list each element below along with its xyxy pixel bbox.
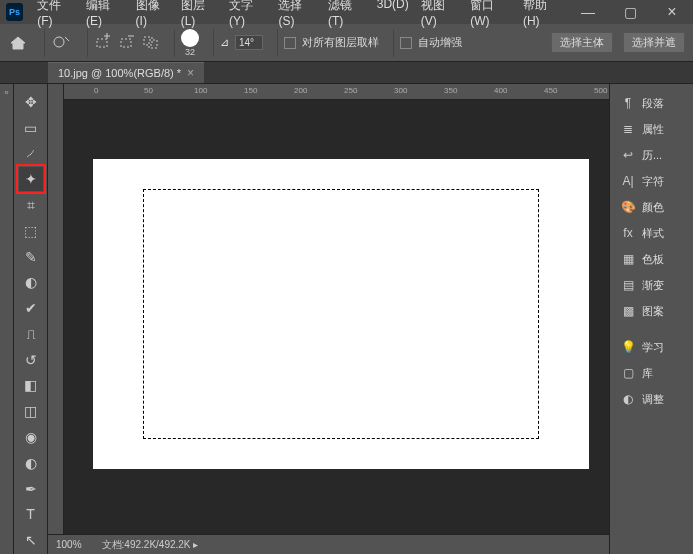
panel-label: 样式 <box>642 226 664 241</box>
panel-label: 库 <box>642 366 653 381</box>
window-controls: — ▢ × <box>567 0 693 24</box>
ruler-tick: 450 <box>544 86 557 95</box>
menubar: Ps 文件(F)编辑(E)图像(I)图层(L)文字(Y)选择(S)滤镜(T)3D… <box>0 0 693 24</box>
tool-crop[interactable]: ⌗ <box>19 193 43 217</box>
menu-e[interactable]: 编辑(E) <box>80 0 130 31</box>
ps-logo-icon: Ps <box>6 3 23 21</box>
options-bar: 32 ⊿ 对所有图层取样 自动增强 选择主体 选择并遮 <box>0 24 693 62</box>
doc-info[interactable]: 文档:492.2K/492.2K ▸ <box>102 538 199 552</box>
brush-size-label: 32 <box>185 47 195 57</box>
tool-preset-icon[interactable] <box>51 33 73 53</box>
tools-panel: ✥▭⟋✦⌗⬚✎◐✔⎍↺◧◫◉◐✒T↖ <box>14 84 48 554</box>
panel-paragraph[interactable]: ¶段落 <box>610 90 693 116</box>
auto-enhance-checkbox[interactable] <box>400 37 412 49</box>
subtract-selection-icon[interactable] <box>118 33 136 53</box>
libraries-icon: ▢ <box>620 366 636 380</box>
panel-learn[interactable]: 💡学习 <box>610 334 693 360</box>
angle-input[interactable] <box>235 35 263 50</box>
panel-styles[interactable]: fx样式 <box>610 220 693 246</box>
svg-rect-3 <box>144 37 152 45</box>
svg-rect-4 <box>149 40 157 48</box>
zoom-level[interactable]: 100% <box>56 539 82 550</box>
toolbar-collapse-icon[interactable]: » <box>4 88 8 554</box>
panel-label: 调整 <box>642 392 664 407</box>
panel-label: 颜色 <box>642 200 664 215</box>
ruler-tick: 350 <box>444 86 457 95</box>
minimize-button[interactable]: — <box>567 0 609 24</box>
tool-path[interactable]: ↖ <box>19 528 43 552</box>
panel-character[interactable]: A|字符 <box>610 168 693 194</box>
menu-y[interactable]: 文字(Y) <box>223 0 273 31</box>
svg-rect-2 <box>121 39 131 47</box>
close-button[interactable]: × <box>651 0 693 24</box>
tab-close-icon[interactable]: × <box>187 66 194 80</box>
tool-gradient[interactable]: ◫ <box>19 399 43 423</box>
character-icon: A| <box>620 174 636 188</box>
ruler-tick: 150 <box>244 86 257 95</box>
home-icon[interactable] <box>8 36 28 50</box>
menu-i[interactable]: 图像(I) <box>130 0 175 31</box>
intersect-selection-icon[interactable] <box>142 33 160 53</box>
tool-eraser[interactable]: ◧ <box>19 374 43 398</box>
tool-type[interactable]: T <box>19 503 43 527</box>
tool-eyedropper[interactable]: ✎ <box>19 245 43 269</box>
ruler-vertical <box>48 84 64 554</box>
menu-t[interactable]: 滤镜(T) <box>322 0 371 31</box>
ruler-tick: 500 <box>594 86 607 95</box>
panel-gradients[interactable]: ▤渐变 <box>610 272 693 298</box>
tool-move[interactable]: ✥ <box>19 90 43 114</box>
sample-all-layers-label: 对所有图层取样 <box>302 35 379 50</box>
panel-label: 字符 <box>642 174 664 189</box>
panel-properties[interactable]: ≣属性 <box>610 116 693 142</box>
menu-w[interactable]: 窗口(W) <box>464 0 517 31</box>
menu-items: 文件(F)编辑(E)图像(I)图层(L)文字(Y)选择(S)滤镜(T)3D(D)… <box>31 0 567 31</box>
panel-swatches[interactable]: ▦色板 <box>610 246 693 272</box>
tool-quick-select[interactable]: ✦ <box>19 167 43 191</box>
menu-f[interactable]: 文件(F) <box>31 0 80 31</box>
document-tabbar: 10.jpg @ 100%(RGB/8) * × <box>0 62 693 84</box>
styles-icon: fx <box>620 226 636 240</box>
menu-l[interactable]: 图层(L) <box>175 0 223 31</box>
panel-libraries[interactable]: ▢库 <box>610 360 693 386</box>
canvas[interactable] <box>93 159 589 469</box>
panel-color[interactable]: 🎨颜色 <box>610 194 693 220</box>
tool-frame[interactable]: ⬚ <box>19 219 43 243</box>
tool-clone[interactable]: ⎍ <box>19 322 43 346</box>
auto-enhance-label: 自动增强 <box>418 35 462 50</box>
panel-label: 历... <box>642 148 662 163</box>
svg-rect-1 <box>97 39 107 47</box>
add-selection-icon[interactable] <box>94 33 112 53</box>
tool-lasso[interactable]: ⟋ <box>19 142 43 166</box>
brush-preview-icon[interactable] <box>181 29 199 47</box>
adjustments-icon: ◐ <box>620 392 636 406</box>
tool-blur[interactable]: ◉ <box>19 425 43 449</box>
panel-patterns[interactable]: ▩图案 <box>610 298 693 324</box>
color-icon: 🎨 <box>620 200 636 214</box>
ruler-tick: 400 <box>494 86 507 95</box>
learn-icon: 💡 <box>620 340 636 354</box>
tool-patch[interactable]: ◐ <box>19 270 43 294</box>
panel-label: 属性 <box>642 122 664 137</box>
tool-dodge[interactable]: ◐ <box>19 451 43 475</box>
menu-s[interactable]: 选择(S) <box>272 0 322 31</box>
menu-h[interactable]: 帮助(H) <box>517 0 567 31</box>
tool-brush[interactable]: ✔ <box>19 296 43 320</box>
tool-history-brush[interactable]: ↺ <box>19 348 43 372</box>
ruler-tick: 300 <box>394 86 407 95</box>
menu-dd[interactable]: 3D(D) <box>371 0 415 31</box>
history-icon: ↩ <box>620 148 636 162</box>
select-and-mask-button[interactable]: 选择并遮 <box>623 32 685 53</box>
menu-v[interactable]: 视图(V) <box>415 0 465 31</box>
svg-point-0 <box>54 37 64 47</box>
canvas-area: 050100150200250300350400450500 100% 文档:4… <box>48 84 609 554</box>
panel-history[interactable]: ↩历... <box>610 142 693 168</box>
document-tab[interactable]: 10.jpg @ 100%(RGB/8) * × <box>48 62 204 83</box>
select-subject-button[interactable]: 选择主体 <box>551 32 613 53</box>
panel-adjustments[interactable]: ◐调整 <box>610 386 693 412</box>
ruler-tick: 100 <box>194 86 207 95</box>
panels-dock: ¶段落≣属性↩历...A|字符🎨颜色fx样式▦色板▤渐变▩图案 💡学习▢库◐调整 <box>609 84 693 554</box>
tool-marquee[interactable]: ▭ <box>19 116 43 140</box>
sample-all-layers-checkbox[interactable] <box>284 37 296 49</box>
tool-pen[interactable]: ✒ <box>19 477 43 501</box>
maximize-button[interactable]: ▢ <box>609 0 651 24</box>
